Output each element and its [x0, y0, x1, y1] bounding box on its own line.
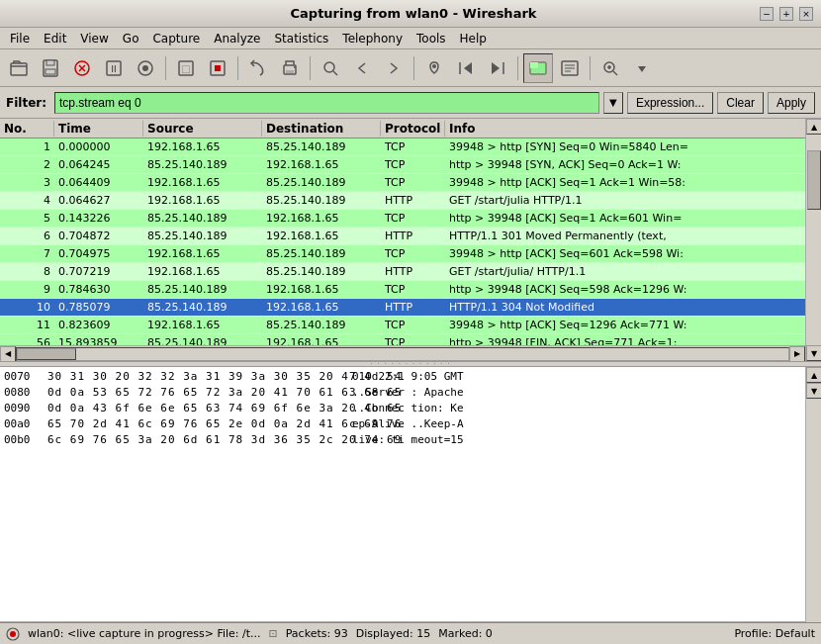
hscroll-right[interactable]: ▶ — [789, 346, 805, 362]
header-no[interactable]: No. — [0, 121, 54, 137]
scroll-up[interactable]: ▲ — [806, 119, 821, 135]
svg-rect-2 — [46, 60, 54, 65]
menu-item-help[interactable]: Help — [454, 30, 493, 47]
hex-row: 00800d 0a 53 65 72 76 65 72 3a 20 41 70 … — [4, 385, 801, 401]
header-destination[interactable]: Destination — [262, 121, 381, 137]
first-button[interactable] — [451, 53, 481, 83]
table-row[interactable]: 70.704975192.168.1.6585.25.140.189TCP399… — [0, 245, 805, 263]
table-row[interactable]: 40.064627192.168.1.6585.25.140.189HTTPGE… — [0, 192, 805, 210]
back-button[interactable] — [347, 53, 377, 83]
svg-rect-16 — [286, 70, 294, 73]
lower-area: 007030 31 30 20 32 32 3a 31 39 3a 30 35 … — [0, 367, 821, 622]
packets-count: Packets: 93 — [286, 627, 348, 640]
main-content: No. Time Source Destination Protocol Inf… — [0, 119, 821, 622]
sep5 — [517, 56, 518, 80]
hscroll-track[interactable] — [16, 347, 789, 361]
menu-item-edit[interactable]: Edit — [38, 30, 72, 47]
capture-options-button[interactable] — [131, 53, 160, 83]
svg-line-30 — [613, 71, 617, 75]
table-row[interactable]: 60.70487285.25.140.189192.168.1.65HTTPHT… — [0, 228, 805, 245]
save-button[interactable] — [36, 53, 65, 83]
filter-input[interactable] — [54, 92, 599, 114]
table-row[interactable]: 100.78507985.25.140.189192.168.1.65HTTPH… — [0, 299, 805, 317]
table-row[interactable]: 80.707219192.168.1.6585.25.140.189HTTPGE… — [0, 263, 805, 281]
menu-item-statistics[interactable]: Statistics — [268, 30, 334, 47]
open-button[interactable] — [4, 53, 34, 83]
packet-detail-button[interactable] — [555, 53, 585, 83]
packet-list-container: No. Time Source Destination Protocol Inf… — [0, 119, 805, 361]
restart-button[interactable]: □ — [171, 53, 201, 83]
toolbar: ⏸ □ — [0, 49, 821, 87]
header-source[interactable]: Source — [143, 121, 262, 137]
filter-dropdown[interactable]: ▼ — [603, 92, 623, 114]
capture-status: wlan0: <live capture in progress> File: … — [28, 627, 261, 640]
table-row[interactable]: 10.000000192.168.1.6585.25.140.189TCP399… — [0, 138, 805, 156]
clear-button[interactable]: Clear — [717, 92, 764, 114]
reload-button[interactable]: ⏸ — [99, 53, 129, 83]
svg-point-10 — [142, 65, 148, 71]
table-row[interactable]: 20.06424585.25.140.189192.168.1.65TCPhtt… — [0, 156, 805, 174]
find-button[interactable] — [316, 53, 345, 83]
svg-point-18 — [324, 62, 334, 72]
svg-line-19 — [333, 71, 337, 75]
packet-rows: 10.000000192.168.1.6585.25.140.189TCP399… — [0, 138, 805, 345]
sep1 — [165, 56, 166, 80]
svg-rect-14 — [215, 65, 221, 71]
maximize-button[interactable]: + — [779, 7, 793, 21]
table-row[interactable]: 110.823609192.168.1.6585.25.140.189TCP39… — [0, 317, 805, 334]
table-row[interactable]: 50.14322685.25.140.189192.168.1.65TCPhtt… — [0, 210, 805, 228]
lower-scroll-down[interactable]: ▼ — [806, 383, 821, 399]
packet-area: No. Time Source Destination Protocol Inf… — [0, 119, 821, 361]
svg-text:⏸: ⏸ — [109, 63, 119, 74]
undo-button[interactable] — [243, 53, 273, 83]
last-button[interactable] — [483, 53, 512, 83]
table-row[interactable]: 5615.89385985.25.140.189192.168.1.65TCPh… — [0, 334, 805, 345]
hex-row: 00b06c 69 76 65 3a 20 6d 61 78 3d 36 35 … — [4, 432, 801, 448]
close-cap-button[interactable] — [67, 53, 97, 83]
minimize-button[interactable]: − — [760, 7, 774, 21]
lower-scrollbar[interactable]: ▲ ▼ — [805, 367, 821, 622]
packet-table-header: No. Time Source Destination Protocol Inf… — [0, 119, 805, 138]
hscroll-left[interactable]: ◀ — [0, 346, 16, 362]
menu-item-go[interactable]: Go — [117, 30, 145, 47]
vertical-scrollbar[interactable]: ▲ ▼ — [805, 119, 821, 361]
sep3 — [310, 56, 311, 80]
lower-scroll-up[interactable]: ▲ — [806, 367, 821, 383]
menu-item-analyze[interactable]: Analyze — [208, 30, 266, 47]
menu-item-capture[interactable]: Capture — [146, 30, 206, 47]
colorize-button[interactable] — [523, 53, 553, 83]
goto-button[interactable] — [419, 53, 449, 83]
scroll-track[interactable] — [806, 135, 821, 345]
table-row[interactable]: 30.064409192.168.1.6585.25.140.189TCP399… — [0, 174, 805, 192]
stop-button[interactable] — [203, 53, 232, 83]
menu-item-file[interactable]: File — [4, 30, 36, 47]
menu-button[interactable] — [627, 53, 657, 83]
scroll-down[interactable]: ▼ — [806, 345, 821, 361]
window-controls[interactable]: − + × — [760, 7, 813, 21]
hex-row: 00a065 70 2d 41 6c 69 76 65 2e 0d 0a 2d … — [4, 416, 801, 432]
title: Capturing from wlan0 - Wireshark — [67, 6, 760, 21]
svg-point-17 — [294, 66, 296, 68]
menu-item-view[interactable]: View — [74, 30, 114, 47]
hscroll-thumb[interactable] — [17, 348, 76, 360]
expression-button[interactable]: Expression... — [627, 92, 713, 114]
hex-row: 00900d 0a 43 6f 6e 6e 65 63 74 69 6f 6e … — [4, 401, 801, 416]
print-button[interactable] — [275, 53, 305, 83]
table-row[interactable]: 90.78463085.25.140.189192.168.1.65TCPhtt… — [0, 281, 805, 299]
svg-point-34 — [10, 631, 16, 637]
scroll-thumb[interactable] — [807, 150, 821, 210]
statusbar: wlan0: <live capture in progress> File: … — [0, 622, 821, 644]
close-button[interactable]: × — [799, 7, 813, 21]
forward-button[interactable] — [379, 53, 409, 83]
header-info[interactable]: Info — [445, 121, 805, 137]
menu-item-tools[interactable]: Tools — [410, 30, 452, 47]
filterbar: Filter: ▼ Expression... Clear Apply — [0, 87, 821, 119]
menu-item-telephony[interactable]: Telephony — [336, 30, 409, 47]
marked-count: Marked: 0 — [438, 627, 493, 640]
sep7: ⊡ — [269, 627, 278, 640]
header-time[interactable]: Time — [54, 121, 143, 137]
zoom-button[interactable] — [595, 53, 625, 83]
header-protocol[interactable]: Protocol — [381, 121, 445, 137]
svg-rect-3 — [46, 69, 55, 74]
apply-button[interactable]: Apply — [768, 92, 815, 114]
